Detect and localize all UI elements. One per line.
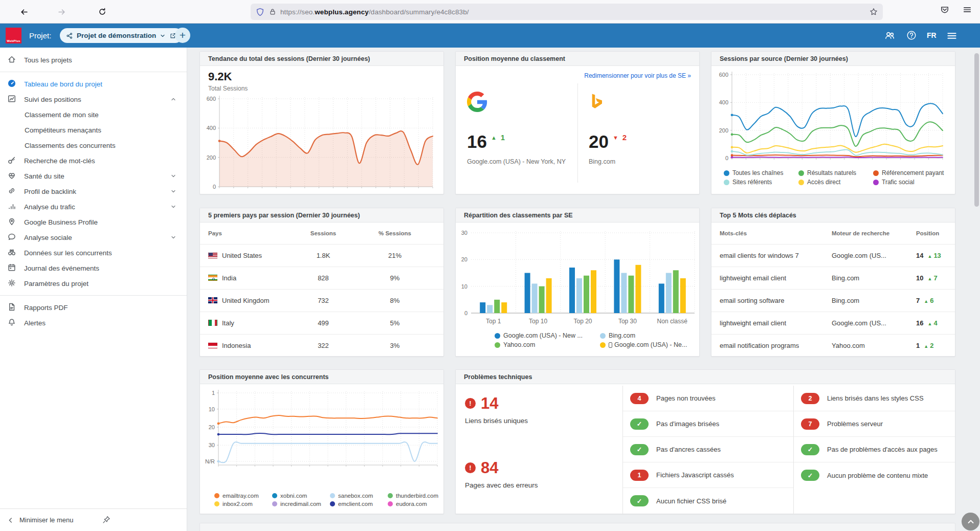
chevron-down-icon[interactable] <box>170 204 176 210</box>
browser-menu-icon[interactable] <box>963 5 972 14</box>
browser-back-button[interactable] <box>16 5 32 19</box>
project-selector[interactable]: Projet de démonstration <box>60 28 183 43</box>
engine-caption: Bing.com <box>589 158 696 165</box>
language-switch[interactable]: FR <box>927 31 937 39</box>
browser-reload-button[interactable] <box>95 5 110 19</box>
sidebar-item-label: Alertes <box>24 319 46 327</box>
resize-link[interactable]: Redimensionner pour voir plus de SE » <box>584 72 691 79</box>
legend-item-yahoo-com[interactable]: Yahoo.com <box>495 340 598 349</box>
sidebar-item-competiteurs-menacants[interactable]: Compétiteurs menaçants <box>0 122 187 138</box>
lock-icon[interactable] <box>269 8 276 15</box>
project-label: Projet: <box>29 31 51 40</box>
sidebar-item-classement-de-mon-site[interactable]: Classement de mon site <box>0 107 187 122</box>
pin-menu-icon[interactable] <box>102 515 111 524</box>
sidebar-item-google-business-profile[interactable]: Google Business Profile <box>0 214 187 230</box>
users-icon[interactable] <box>884 30 895 41</box>
legend-item-acces-direct[interactable]: Accès direct <box>798 178 871 187</box>
scroll-to-top-button[interactable] <box>962 513 979 530</box>
legend-item-sites-referents[interactable]: Sites référents <box>724 178 796 187</box>
svg-text:30: 30 <box>209 442 215 448</box>
check-row-pas-de-problemes-d-acces-aux-pages: ✓Pas de problèmes d'accès aux pages <box>794 437 955 462</box>
gear-icon <box>7 278 17 289</box>
legend-item-sanebox-com[interactable]: sanebox.com <box>330 492 386 500</box>
legend-dot <box>798 180 804 185</box>
issue-count: 84 <box>481 460 498 476</box>
sidebar-item-profil-de-backlink[interactable]: Profil de backlink <box>0 184 187 199</box>
checklist-left-column: 4Pages non trouvées✓Pas d'images brisées… <box>622 386 793 514</box>
svg-text:200: 200 <box>719 127 728 134</box>
check-row-aucun-fichier-css-brise: ✓Aucun fichier CSS brisé <box>623 488 793 514</box>
country-cell: Indonesia <box>208 342 293 349</box>
url-bar[interactable]: https://seo.webplus.agency/dashboard/sum… <box>251 4 883 20</box>
card-title: Position moyenne avec les concurrents <box>200 370 443 384</box>
webplus-logo[interactable]: WebPlus <box>6 28 21 43</box>
app-menu-icon[interactable] <box>946 30 957 41</box>
check-row-liens-brises-dans-les-styles-css: 2Liens brisés dans les styles CSS <box>794 386 955 411</box>
sidebar-item-label: Recherche de mot-clés <box>24 157 95 165</box>
sidebar-item-recherche-de-mot-cles[interactable]: Recherche de mot-clés <box>0 153 187 168</box>
keyword-cell: lightweight email client <box>720 274 832 282</box>
page-scrollbar[interactable] <box>974 53 979 207</box>
keyword-cell: email clients for windows 7 <box>720 252 832 259</box>
chevron-left-icon <box>7 517 14 524</box>
chevron-down-icon[interactable] <box>170 234 176 240</box>
checklist-right-column: 2Liens brisés dans les styles CSS7Problè… <box>793 386 955 514</box>
sidebar-divider <box>0 295 187 296</box>
engine-position-value: 16 <box>467 132 487 150</box>
sidebar-item-analyse-sociale[interactable]: Analyse sociale <box>0 230 187 245</box>
legend-label: emailtray.com <box>222 493 259 499</box>
legend-label: Yahoo.com <box>503 341 535 348</box>
sidebar-item-sante-du-site[interactable]: Santé du site <box>0 168 187 184</box>
table-row-united-states: United States1.8K21% <box>200 244 443 267</box>
card-rank-distribution: Répartition des classements par SE 01020… <box>455 208 700 357</box>
key-icon <box>7 156 16 165</box>
legend-item-inbox2-com[interactable]: inbox2.com <box>214 500 270 508</box>
sidebar-item-parametres-du-projet[interactable]: Paramètres du projet <box>0 276 187 291</box>
arrow-down-icon: ▼ <box>613 135 618 141</box>
sidebar-item-label: Analyse du trafic <box>24 203 75 211</box>
browser-chrome: https://seo.webplus.agency/dashboard/sum… <box>0 0 980 24</box>
legend-item-google-com-usa-new[interactable]: Google.com (USA) - New ... <box>495 331 598 340</box>
sidebar-item-analyse-du-trafic[interactable]: Analyse du trafic <box>0 199 187 214</box>
legend-item-incredimail-com[interactable]: incredimail.com <box>272 500 328 508</box>
bookmark-star-icon[interactable] <box>870 8 878 16</box>
legend-item-toutes-les-chaines[interactable]: Toutes les chaînes <box>724 168 796 178</box>
add-project-button[interactable]: + <box>175 28 190 43</box>
health-icon <box>7 171 16 180</box>
legend-item-trafic-social[interactable]: Trafic social <box>873 178 946 187</box>
sidebar-item-suivi-des-positions[interactable]: Suivi des positions <box>0 92 187 107</box>
sidebar-item-tous-les-projets[interactable]: Tous les projets <box>0 52 187 68</box>
legend-item-google-com-usa-ne[interactable]: Google.com (USA) - Ne... <box>600 340 703 349</box>
country-cell: United Kingdom <box>208 297 293 304</box>
save-to-pocket-icon[interactable] <box>940 5 949 14</box>
sidebar-item-label: Paramètres du projet <box>24 280 88 287</box>
sidebar-item-tableau-de-bord-du-projet[interactable]: Tableau de bord du projet <box>0 76 187 92</box>
sessions-cell: 1.8K <box>293 252 354 259</box>
legend-dot <box>724 170 729 176</box>
legend-item-emclient-com[interactable]: emclient.com <box>330 500 386 508</box>
legend-item-resultats-naturels[interactable]: Résultats naturels <box>798 168 871 178</box>
legend-item-eudora-com[interactable]: eudora.com <box>388 500 443 508</box>
error-icon: ! <box>465 398 476 409</box>
minimize-menu-button[interactable]: Minimiser le menu <box>0 508 187 531</box>
chevron-down-icon[interactable] <box>170 173 176 179</box>
reload-icon <box>98 8 106 16</box>
pdf-icon <box>7 302 16 312</box>
legend-item-thunderbird-com[interactable]: thunderbird.com <box>388 492 443 500</box>
legend-item-emailtray-com[interactable]: emailtray.com <box>214 492 270 500</box>
chevron-down-icon[interactable] <box>160 33 166 39</box>
sidebar-item-donnees-sur-les-concurrents[interactable]: Données sur les concurrents <box>0 245 187 260</box>
browser-forward-button[interactable] <box>54 5 69 19</box>
chevron-down-icon[interactable] <box>170 188 176 194</box>
sidebar-item-rapports-pdf[interactable]: Rapports PDF <box>0 300 187 315</box>
help-icon[interactable] <box>906 30 917 40</box>
engine-cell: Yahoo.com <box>832 342 916 349</box>
legend-item-bing-com[interactable]: Bing.com <box>600 331 703 340</box>
sidebar-item-alertes[interactable]: Alertes <box>0 315 187 330</box>
sidebar-item-journal-des-evenements[interactable]: Journal des événements <box>0 260 187 276</box>
legend-item-referencement-payant[interactable]: Référencement payant <box>873 168 946 178</box>
tracking-shield-icon[interactable] <box>256 8 264 16</box>
chevron-up-icon[interactable] <box>170 96 176 102</box>
sidebar-item-classements-des-concurrents[interactable]: Classements des concurrents <box>0 138 187 153</box>
legend-item-xobni-com[interactable]: xobni.com <box>272 492 328 500</box>
